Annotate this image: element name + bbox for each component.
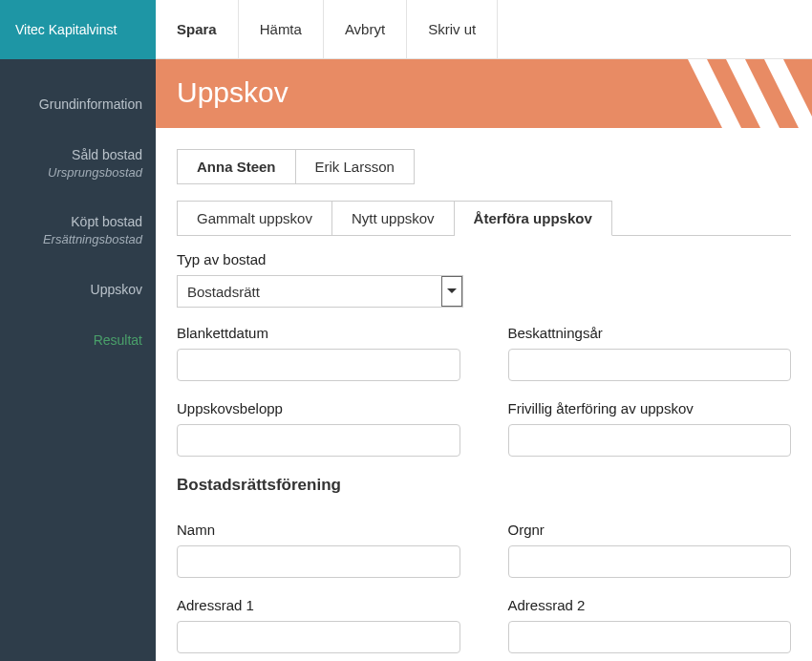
sidebar-item-grundinformation[interactable]: Grundinformation: [0, 86, 156, 123]
tab-nytt-uppskov[interactable]: Nytt uppskov: [332, 201, 455, 236]
label-adress1: Adressrad 1: [177, 597, 460, 613]
content: Anna Steen Erik Larsson Gammalt uppskov …: [156, 128, 812, 661]
sidebar-item-label: Såld bostad: [10, 146, 142, 164]
logo-icon: [688, 59, 812, 128]
label-adress2: Adressrad 2: [508, 597, 792, 613]
sidebar-item-kopt-bostad[interactable]: Köpt bostad Ersättningsbostad: [0, 203, 156, 257]
input-adress1[interactable]: [177, 621, 460, 653]
label-beskattningsar: Beskattningsår: [508, 325, 792, 341]
input-beskattningsar[interactable]: [508, 349, 792, 381]
brand-header: Vitec Kapitalvinst: [0, 0, 156, 59]
sidebar-item-label: Grundinformation: [10, 96, 142, 114]
print-button[interactable]: Skriv ut: [407, 0, 498, 58]
label-frivillig: Frivillig återföring av uppskov: [508, 400, 792, 416]
sidebar-item-label: Resultat: [10, 331, 142, 350]
sidebar-item-resultat[interactable]: Resultat: [0, 322, 156, 359]
sidebar-item-sub: Ursprungsbostad: [10, 164, 142, 181]
label-orgnr: Orgnr: [508, 522, 792, 538]
input-blankettdatum[interactable]: [177, 349, 460, 381]
label-blankettdatum: Blankettdatum: [177, 325, 460, 341]
label-uppskovsbelopp: Uppskovsbelopp: [177, 400, 460, 416]
sidebar: Vitec Kapitalvinst Grundinformation Såld…: [0, 0, 156, 661]
toolbar: Spara Hämta Avbryt Skriv ut: [156, 0, 812, 59]
input-namn[interactable]: [177, 545, 460, 578]
tab-gammalt-uppskov[interactable]: Gammalt uppskov: [177, 201, 332, 236]
tab-person-1[interactable]: Anna Steen: [177, 149, 296, 184]
input-orgnr[interactable]: [508, 545, 792, 578]
tab-person-2[interactable]: Erik Larsson: [296, 149, 415, 184]
select-value: Bostadsrätt: [187, 284, 260, 300]
section-header-brf: Bostadsrättsförening: [177, 476, 791, 495]
save-button[interactable]: Spara: [156, 0, 239, 58]
sidebar-item-sald-bostad[interactable]: Såld bostad Ursprungsbostad: [0, 137, 156, 190]
select-typ-av-bostad[interactable]: Bostadsrätt: [177, 275, 463, 308]
cancel-button[interactable]: Avbryt: [324, 0, 407, 58]
input-uppskovsbelopp[interactable]: [177, 424, 460, 457]
sidebar-menu: Grundinformation Såld bostad Ursprungsbo…: [0, 59, 156, 359]
main: Spara Hämta Avbryt Skriv ut Uppskov Anna…: [156, 0, 812, 661]
fetch-button[interactable]: Hämta: [239, 0, 324, 58]
input-adress2[interactable]: [508, 621, 792, 653]
person-tabs: Anna Steen Erik Larsson: [177, 149, 791, 184]
sidebar-item-label: Köpt bostad: [10, 213, 142, 231]
label-typ-av-bostad: Typ av bostad: [177, 251, 791, 267]
tab-aterfora-uppskov[interactable]: Återföra uppskov: [455, 201, 612, 236]
sidebar-item-sub: Ersättningsbostad: [10, 231, 142, 248]
sidebar-item-label: Uppskov: [10, 281, 142, 299]
label-namn: Namn: [177, 522, 460, 538]
brand-text: Vitec Kapitalvinst: [15, 22, 117, 37]
input-frivillig[interactable]: [508, 424, 792, 457]
sidebar-item-uppskov[interactable]: Uppskov: [0, 271, 156, 309]
uppskov-tabs: Gammalt uppskov Nytt uppskov Återföra up…: [177, 200, 791, 236]
page-header: Uppskov: [156, 59, 812, 128]
dropdown-arrow-icon[interactable]: [441, 276, 462, 307]
